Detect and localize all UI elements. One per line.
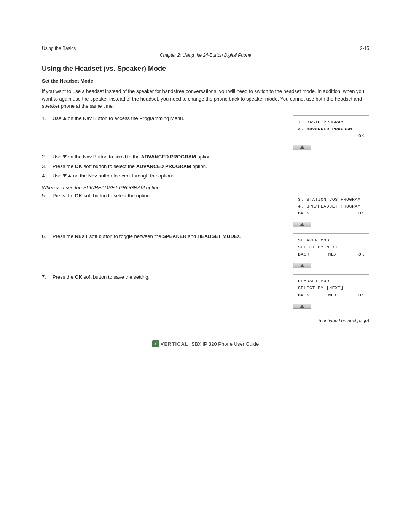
screen-5-ok: OK <box>358 210 364 217</box>
screen-box-6: SPEAKER MODE SELECT BY NEXT BACK NEXT OK <box>293 233 369 261</box>
screen-6-line-1: SPEAKER MODE <box>298 237 364 244</box>
screen-7-buttons: BACK NEXT OK <box>298 292 364 299</box>
step-6: 6. Press the NEXT soft button to toggle … <box>42 233 369 268</box>
italic-note: When you see the SPK/HEADSET PROGRAM opt… <box>42 185 369 190</box>
step-3-number: 3. <box>42 163 53 169</box>
step-2-number: 2. <box>42 154 53 160</box>
phys-up-icon-6 <box>300 264 304 267</box>
nav-down-icon-2 <box>63 155 67 158</box>
step-3-text: Press the OK soft button to select the A… <box>53 163 369 169</box>
brand-name: VERTICAL <box>161 341 188 347</box>
step-7-screen: HEADSET MODE SELECT BY [NEXT] BACK NEXT … <box>293 274 369 309</box>
screen-ok-1: OK <box>298 133 364 139</box>
step-4-number: 4. <box>42 173 53 179</box>
footer-note: (continued on next page) <box>42 318 369 323</box>
page-title: Using the Headset (vs. Speaker) Mode <box>42 65 369 73</box>
footer-brand: ✓ VERTICAL SBX IP 320 Phone User Guide <box>42 340 369 347</box>
step-7-number: 7. <box>42 274 53 280</box>
screen-line-2: 2. ADVANCED PROGRAM <box>298 126 364 133</box>
screen-6-buttons: BACK NEXT OK <box>298 251 364 258</box>
step-5-screen: 3. STATION COS PROGRAM 4. SPK/HEADSET PR… <box>293 193 369 227</box>
step-1-screen: 1. BASIC PROGRAM 2. ADVANCED PROGRAM OK <box>293 115 369 150</box>
step-6-number: 6. <box>42 233 53 239</box>
button-strip-7 <box>293 304 311 309</box>
header-left: Using the Basics <box>42 46 76 51</box>
screen-7-next: NEXT <box>328 292 340 299</box>
phys-up-button-1 <box>293 145 311 150</box>
step-5: 5. Press the OK soft button to select th… <box>42 193 369 227</box>
step-6-screen: SPEAKER MODE SELECT BY NEXT BACK NEXT OK <box>293 233 369 268</box>
phys-up-button-5 <box>293 222 311 227</box>
nav-up-icon <box>63 117 67 120</box>
screen-5-line-2: 4. SPK/HEADSET PROGRAM <box>298 203 364 210</box>
phys-up-icon-7 <box>300 305 304 308</box>
screen-7-ok: OK <box>358 292 364 299</box>
intro-text: If you want to use a headset instead of … <box>42 88 369 110</box>
step-3: 3. Press the OK soft button to select th… <box>42 163 369 169</box>
nav-up-icon-4 <box>68 174 72 177</box>
step-4-text: Use on the Nav button to scroll through … <box>53 173 369 179</box>
step-7-text: Press the OK soft button to save the set… <box>53 274 282 280</box>
phys-up-button-6 <box>293 263 311 268</box>
header-row: Using the Basics 2-15 <box>42 46 369 51</box>
header-chapter: Chapter 2: Using the 24-Button Digital P… <box>42 53 369 58</box>
screen-5-buttons: BACK OK <box>298 210 364 217</box>
screen-5-line-1: 3. STATION COS PROGRAM <box>298 196 364 203</box>
section-heading: Set the Headset Mode <box>42 78 369 84</box>
screen-5-back: BACK <box>298 210 309 217</box>
screen-6-line-2: SELECT BY NEXT <box>298 244 364 251</box>
step-1-text: Use on the Nav Button to access the Prog… <box>53 115 282 121</box>
screen-6-next: NEXT <box>328 251 340 258</box>
phys-up-icon-5 <box>300 223 304 226</box>
screen-6-back: BACK <box>298 251 309 258</box>
brand-logo: ✓ VERTICAL <box>152 340 188 347</box>
step-1: 1. Use on the Nav Button to access the P… <box>42 115 369 150</box>
step-1-number: 1. <box>42 115 53 121</box>
step-2: 2. Use on the Nav Button to scroll to th… <box>42 154 369 160</box>
button-strip-6 <box>293 263 311 268</box>
screen-7-line-1: HEADSET MODE <box>298 278 364 284</box>
step-7: 7. Press the OK soft button to save the … <box>42 274 369 309</box>
brand-checkmark-icon: ✓ <box>152 340 159 347</box>
screen-6-ok: OK <box>358 251 364 258</box>
step-5-text: Press the OK soft button to select the o… <box>53 193 282 198</box>
button-strip-5 <box>293 222 311 227</box>
screen-box-7: HEADSET MODE SELECT BY [NEXT] BACK NEXT … <box>293 274 369 302</box>
header-right: 2-15 <box>360 46 369 51</box>
nav-down-icon-4 <box>63 174 67 177</box>
screen-7-back: BACK <box>298 292 309 299</box>
button-strip-1 <box>293 145 311 150</box>
phys-up-icon-1 <box>300 145 304 149</box>
footer-divider <box>42 335 369 335</box>
step-2-text: Use on the Nav Button to scroll to the A… <box>53 154 369 160</box>
step-4: 4. Use on the Nav button to scroll throu… <box>42 173 369 179</box>
screen-box-5: 3. STATION COS PROGRAM 4. SPK/HEADSET PR… <box>293 193 369 220</box>
screen-line-1: 1. BASIC PROGRAM <box>298 119 364 126</box>
step-6-text: Press the NEXT soft button to toggle bet… <box>53 233 282 239</box>
step-5-number: 5. <box>42 193 53 198</box>
screen-box-1: 1. BASIC PROGRAM 2. ADVANCED PROGRAM OK <box>293 115 369 143</box>
phys-up-button-7 <box>293 304 311 309</box>
brand-product: SBX IP 320 Phone User Guide <box>191 341 259 347</box>
screen-7-line-2: SELECT BY [NEXT] <box>298 284 364 291</box>
